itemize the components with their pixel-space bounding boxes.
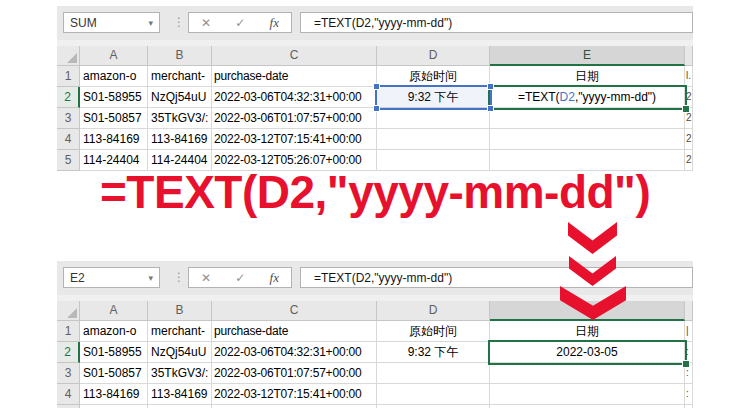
column-header-b[interactable]: B — [148, 301, 212, 321]
highlighted-formula-text: =TEXT(D2,"yyyy-mm-dd") — [100, 165, 650, 219]
cell-b2[interactable]: NzQj54uU — [148, 87, 212, 108]
row-header-5[interactable]: 5 — [57, 150, 80, 171]
cell-f4-partial[interactable]: : — [685, 384, 693, 405]
column-header-d[interactable]: D — [377, 46, 490, 66]
cell-f1-partial[interactable]: | — [685, 321, 693, 342]
cell-b4[interactable]: 113-84169 — [148, 384, 212, 405]
cell-c1[interactable]: purchase-date — [212, 321, 377, 342]
cell-f4-partial[interactable]: 2 — [685, 129, 693, 150]
cell-b4[interactable]: 113-84169 — [148, 129, 212, 150]
table-row: 3 S01-50857 35TkGV3/: 2022-03-06T01:07:5… — [57, 363, 693, 384]
row-header-1[interactable]: 1 — [57, 66, 80, 87]
cell-e4[interactable] — [490, 129, 685, 150]
enter-icon[interactable]: ✓ — [235, 16, 245, 30]
cell-e1[interactable]: 日期 — [490, 321, 685, 342]
cell-d3[interactable] — [377, 108, 490, 129]
table-row: 1 amazon-o merchant- purchase-date 原始时间 … — [57, 321, 693, 342]
formula-bar[interactable]: =TEXT(D2,"yyyy-mm-dd") — [300, 12, 693, 33]
cell-d4[interactable] — [377, 129, 490, 150]
select-all-button[interactable] — [57, 301, 80, 321]
name-box[interactable]: SUM ▾ — [63, 12, 160, 33]
cell-d3[interactable] — [377, 363, 490, 384]
column-header-e[interactable]: E — [490, 46, 685, 66]
column-header-a[interactable]: A — [80, 301, 148, 321]
cell-d1[interactable]: 原始时间 — [377, 66, 490, 87]
cell-b3[interactable]: 35TkGV3/: — [148, 363, 212, 384]
cell-f3-partial[interactable]: : — [685, 363, 693, 384]
cell-a3[interactable]: S01-50857 — [80, 108, 148, 129]
cell-b2[interactable]: NzQj54uU — [148, 342, 212, 363]
name-box-dropdown-icon[interactable]: ▾ — [148, 18, 153, 28]
cell-a4[interactable]: 113-84169 — [80, 384, 148, 405]
spreadsheet-grid: A B C D E 1 amazon-o merchant- purchase-… — [57, 46, 693, 172]
formula-bar-content: =TEXT(D2,"yyyy-mm-dd") — [314, 271, 452, 285]
cell-e3[interactable] — [490, 108, 685, 129]
cell-c1[interactable]: purchase-date — [212, 66, 377, 87]
row-header-2[interactable]: 2 — [57, 87, 80, 108]
cell-c3[interactable]: 2022-03-06T01:07:57+00:00 — [212, 108, 377, 129]
cell-f5-partial[interactable]: 2 — [685, 150, 693, 171]
row-header-3[interactable]: 3 — [57, 108, 80, 129]
name-box-dropdown-icon[interactable]: ▾ — [148, 273, 153, 283]
column-header-f-partial[interactable] — [685, 301, 693, 321]
column-header-c[interactable]: C — [212, 46, 377, 66]
cancel-icon[interactable]: ✕ — [201, 271, 211, 285]
row-header-1[interactable]: 1 — [57, 321, 80, 342]
name-box-value: SUM — [70, 16, 97, 30]
insert-function-icon[interactable]: fx — [270, 270, 279, 286]
cell-a1[interactable]: amazon-o — [80, 321, 148, 342]
formula-buttons: ✕ ✓ fx — [188, 267, 292, 288]
cell-b1[interactable]: merchant- — [148, 321, 212, 342]
cell-c4[interactable]: 2022-03-12T07:15:41+00:00 — [212, 384, 377, 405]
cell-f1-partial[interactable]: l. — [685, 66, 693, 87]
cell-f2-partial[interactable]: 2 — [685, 87, 693, 108]
cell-e2-formula[interactable]: =TEXT(D2,"yyyy-mm-dd") — [490, 87, 685, 108]
cell-d2[interactable]: 9:32 下午 — [377, 342, 490, 363]
column-header-f-partial[interactable] — [685, 46, 693, 66]
cell-e4[interactable] — [490, 384, 685, 405]
formula-buttons: ✕ ✓ fx — [188, 12, 292, 33]
cell-a1[interactable]: amazon-o — [80, 66, 148, 87]
column-header-c[interactable]: C — [212, 301, 377, 321]
cell-f3-partial[interactable]: 2 — [685, 108, 693, 129]
row-header-2[interactable]: 2 — [57, 342, 80, 363]
column-header-b[interactable]: B — [148, 46, 212, 66]
top-spreadsheet: SUM ▾ ⋮ ✕ ✓ fx =TEXT(D2,"yyyy-mm-dd") A … — [57, 6, 693, 172]
formula-prefix: =TEXT( — [518, 90, 560, 104]
cell-b3[interactable]: 35TkGV3/: — [148, 108, 212, 129]
insert-function-icon[interactable]: fx — [270, 15, 279, 31]
cell-d4[interactable] — [377, 384, 490, 405]
cell-d1[interactable]: 原始时间 — [377, 321, 490, 342]
cell-e2-result[interactable]: 2022-03-05 — [490, 342, 685, 363]
cell-a3[interactable]: S01-50857 — [80, 363, 148, 384]
cell-c3[interactable]: 2022-03-06T01:07:57+00:00 — [212, 363, 377, 384]
cell-f2-partial[interactable]: : — [685, 342, 693, 363]
table-row: 2 S01-58955 NzQj54uU 2022-03-06T04:32:31… — [57, 87, 693, 108]
row-header-4[interactable]: 4 — [57, 384, 80, 405]
formula-bar[interactable]: =TEXT(D2,"yyyy-mm-dd") — [300, 267, 693, 288]
select-all-button[interactable] — [57, 46, 80, 66]
cell-a2[interactable]: S01-58955 — [80, 87, 148, 108]
cell-e1[interactable]: 日期 — [490, 66, 685, 87]
cell-a2[interactable]: S01-58955 — [80, 342, 148, 363]
table-row: 4 113-84169 113-84169 2022-03-12T07:15:4… — [57, 129, 693, 150]
cell-c2[interactable]: 2022-03-06T04:32:31+00:00 — [212, 87, 377, 108]
cancel-icon[interactable]: ✕ — [201, 16, 211, 30]
cell-d2[interactable]: 9:32 下午 — [377, 87, 490, 108]
formula-cell-reference: D2 — [560, 90, 575, 104]
cell-b1[interactable]: merchant- — [148, 66, 212, 87]
name-box[interactable]: E2 ▾ — [63, 267, 160, 288]
column-header-d[interactable]: D — [377, 301, 490, 321]
row-header-3[interactable]: 3 — [57, 363, 80, 384]
column-header-a[interactable]: A — [80, 46, 148, 66]
row-header-4[interactable]: 4 — [57, 129, 80, 150]
table-row: 3 S01-50857 35TkGV3/: 2022-03-06T01:07:5… — [57, 108, 693, 129]
table-row: 4 113-84169 113-84169 2022-03-12T07:15:4… — [57, 384, 693, 405]
cell-a4[interactable]: 113-84169 — [80, 129, 148, 150]
enter-icon[interactable]: ✓ — [235, 271, 245, 285]
table-row: 1 amazon-o merchant- purchase-date 原始时间 … — [57, 66, 693, 87]
select-all-icon — [67, 53, 77, 63]
cell-c4[interactable]: 2022-03-12T07:15:41+00:00 — [212, 129, 377, 150]
cell-e3[interactable] — [490, 363, 685, 384]
cell-c2[interactable]: 2022-03-06T04:32:31+00:00 — [212, 342, 377, 363]
